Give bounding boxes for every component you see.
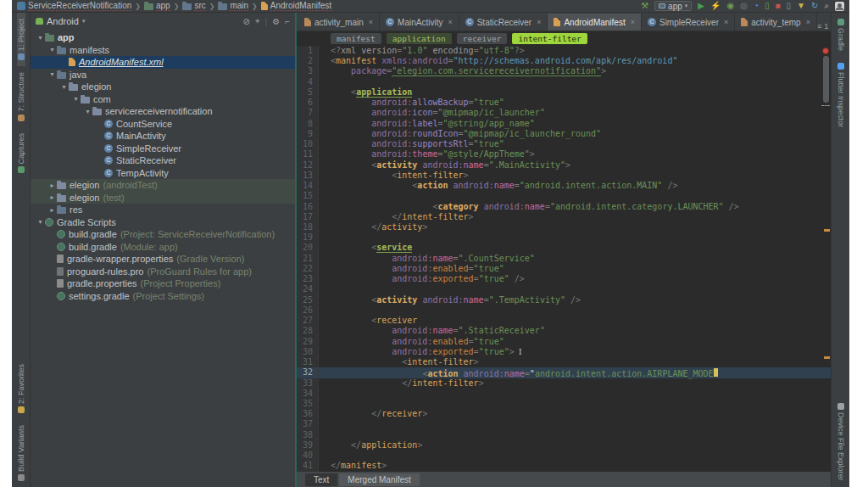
code-line[interactable]: 2<manifest xmlns:android="http://schemas…: [297, 56, 831, 66]
tool-window-button-gradle[interactable]: Gradle: [837, 13, 845, 57]
code-line[interactable]: 20 <service: [297, 243, 831, 253]
tree-item[interactable]: CSimpleReceiver: [31, 143, 295, 155]
code-line[interactable]: 6 android:allowBackup="true": [297, 98, 831, 108]
scroll-to-source-icon[interactable]: ⌖: [255, 16, 260, 26]
code-line[interactable]: 36 </receiver>: [297, 409, 831, 419]
code-line[interactable]: 22 android:enabled="true": [297, 264, 831, 274]
code-line[interactable]: 14 <action android:name="android.intent.…: [297, 181, 831, 191]
tree-item[interactable]: ▸elegion(androidTest): [31, 179, 295, 192]
hide-panel-icon[interactable]: ⌐: [285, 17, 290, 26]
chevron-expanded-icon[interactable]: ▾: [83, 108, 92, 115]
run-button[interactable]: ▶: [698, 2, 704, 10]
xml-breadcrumb-intent-filter[interactable]: intent-filter: [512, 33, 587, 44]
code-line[interactable]: 28 android:name=".StaticReceiver": [297, 326, 831, 336]
close-icon[interactable]: ×: [369, 18, 373, 26]
tree-item[interactable]: ▸elegion(test): [31, 192, 295, 204]
code-line[interactable]: 34: [297, 389, 831, 399]
editor-tab-mainactivity[interactable]: CMainActivity×: [380, 14, 459, 31]
tool-window-button-flutter-inspector[interactable]: Flutter Inspector: [837, 57, 845, 133]
chevron-collapsed-icon[interactable]: ▸: [47, 206, 57, 214]
editor-tab-androidmanifest[interactable]: AndroidManifest×: [548, 14, 642, 31]
code-line[interactable]: 27 <receiver: [297, 316, 831, 326]
breadcrumb-item[interactable]: ServiceReceiverNotification: [17, 1, 131, 11]
code-line[interactable]: 33 </intent-filter>: [297, 378, 831, 389]
breadcrumb-item[interactable]: main: [218, 1, 248, 11]
scrollbar-thumb[interactable]: [823, 56, 829, 103]
tree-item[interactable]: ▾java: [31, 69, 295, 81]
close-icon[interactable]: ×: [448, 18, 452, 26]
tree-item[interactable]: proguard-rules.pro(ProGuard Rules for ap…: [31, 266, 295, 278]
bottom-tab-text[interactable]: Text: [305, 473, 337, 486]
profile-icon[interactable]: ◎: [740, 2, 748, 10]
tree-item[interactable]: ▾Gradle Scripts: [31, 216, 295, 229]
chevron-expanded-icon[interactable]: ▾: [71, 95, 81, 103]
tree-item[interactable]: gradle.properties(Project Properties): [31, 277, 295, 290]
search-everywhere-icon[interactable]: ⌕: [824, 2, 829, 10]
close-icon[interactable]: ×: [631, 18, 635, 26]
tree-item[interactable]: ▾elegion: [31, 81, 295, 93]
chevron-collapsed-icon[interactable]: ▸: [47, 182, 57, 189]
error-stripe[interactable]: [821, 46, 831, 472]
chevron-expanded-icon[interactable]: ▾: [36, 34, 45, 42]
tree-item[interactable]: ▸res: [31, 204, 295, 216]
tree-item[interactable]: build.gradle(Project: ServiceReceiverNot…: [31, 228, 295, 241]
tool-window-button-captures[interactable]: Captures: [17, 127, 25, 180]
tree-item[interactable]: CMainActivity: [31, 130, 295, 143]
breadcrumb-item[interactable]: AndroidManifest: [261, 1, 331, 11]
code-line[interactable]: 40: [297, 451, 831, 461]
editor-tab-staticreceiver[interactable]: CStaticReceiver×: [459, 14, 548, 31]
chevron-expanded-icon[interactable]: ▾: [59, 83, 69, 91]
code-line[interactable]: 25 <activity android:name=".TempActivity…: [297, 295, 831, 305]
profiler-icon[interactable]: ◔: [754, 2, 759, 10]
sync-project-icon[interactable]: ↻: [811, 2, 818, 10]
tree-item[interactable]: AndroidManifest.xml: [31, 56, 295, 69]
code-line[interactable]: 17 </intent-filter>: [297, 212, 831, 222]
close-icon[interactable]: ×: [537, 18, 541, 26]
project-view-selector[interactable]: Android ▾: [36, 16, 85, 26]
tree-item[interactable]: build.gradle(Module: app): [31, 241, 295, 254]
tree-item[interactable]: ▾servicereceivernotification: [31, 105, 295, 118]
code-line[interactable]: 31 <intent-filter>: [297, 357, 831, 367]
warning-mark[interactable]: [824, 356, 830, 359]
code-line[interactable]: 38: [297, 430, 831, 440]
apply-changes-icon[interactable]: ⚡: [710, 2, 721, 10]
breadcrumb-item[interactable]: app: [144, 1, 170, 11]
code-line[interactable]: 11 android:theme="@style/AppTheme">: [297, 149, 831, 160]
code-line[interactable]: 13 <intent-filter>: [297, 171, 831, 181]
code-line[interactable]: 12 <activity android:name=".MainActivity…: [297, 160, 831, 171]
xml-breadcrumb-manifest[interactable]: manifest: [331, 33, 381, 44]
tool-window-button-1-project[interactable]: 1: Project: [17, 13, 25, 66]
xml-breadcrumb-application[interactable]: application: [387, 33, 452, 44]
settings-gear-icon[interactable]: ⚙: [272, 17, 280, 26]
bottom-tab-merged-manifest[interactable]: Merged Manifest: [339, 473, 419, 486]
code-line[interactable]: 5 <application: [297, 87, 831, 98]
editor-tab-activity_main[interactable]: activity_main×: [298, 14, 380, 31]
tree-item[interactable]: gradle-wrapper.properties(Gradle Version…: [31, 253, 295, 266]
code-line[interactable]: 3 package="elegion.com.servicereceiverno…: [297, 66, 831, 76]
code-line[interactable]: 23 android:exported="true" />: [297, 274, 831, 284]
code-line[interactable]: 16 <category android:name="android.inten…: [297, 202, 831, 212]
xml-breadcrumb-receiver[interactable]: receiver: [457, 33, 508, 44]
tree-item[interactable]: CStaticReceiver: [31, 154, 295, 167]
chevron-expanded-icon[interactable]: ▾: [47, 70, 57, 78]
chevron-expanded-icon[interactable]: ▾: [47, 46, 57, 53]
debug-icon[interactable]: ◉: [727, 2, 735, 10]
code-line[interactable]: 35: [297, 399, 831, 409]
error-indicator[interactable]: [822, 48, 829, 54]
code-line[interactable]: 24: [297, 284, 831, 294]
chevron-collapsed-icon[interactable]: ▸: [47, 193, 57, 201]
collapse-all-icon[interactable]: ⊘: [243, 17, 250, 26]
code-line[interactable]: 21 android:name=".CountService": [297, 254, 831, 264]
code-line[interactable]: 29 android:enabled="true": [297, 337, 831, 347]
attach-debugger-icon[interactable]: ▯: [765, 2, 770, 10]
code-line[interactable]: 1<?xml version="1.0" encoding="utf-8"?>: [297, 46, 831, 56]
tree-item[interactable]: CTempActivity: [31, 167, 295, 180]
build-hammer-icon[interactable]: ⚒: [641, 2, 648, 10]
tree-item[interactable]: ▾manifests: [31, 44, 295, 57]
code-line[interactable]: 18 </activity>: [297, 222, 831, 232]
close-icon[interactable]: ×: [724, 18, 728, 26]
tree-item[interactable]: ▾app: [31, 31, 295, 44]
sdk-manager-icon[interactable]: ▼: [797, 2, 805, 10]
tree-item[interactable]: ▾com: [31, 93, 295, 106]
tool-window-button-build-variants[interactable]: Build Variants: [17, 419, 25, 487]
